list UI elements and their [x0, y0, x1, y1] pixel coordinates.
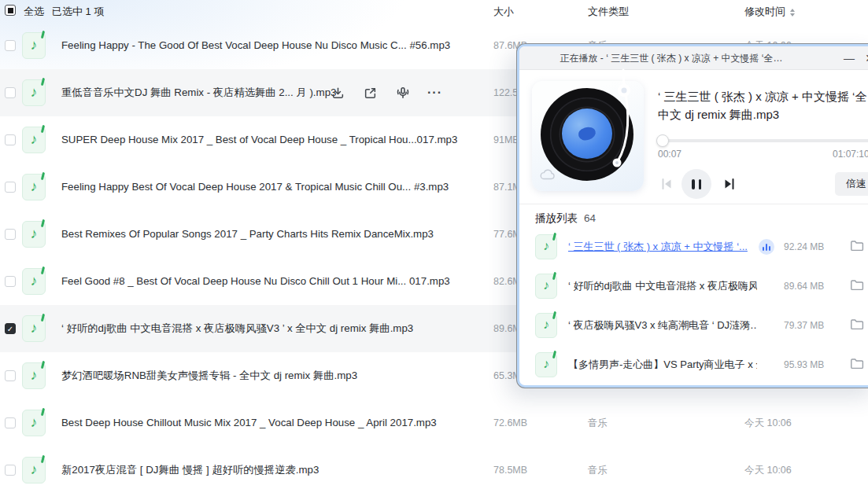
- column-header-type[interactable]: 文件类型: [588, 5, 629, 19]
- column-header-modified[interactable]: 修改时间: [744, 5, 795, 19]
- album-art: [532, 81, 644, 191]
- open-folder-icon[interactable]: [850, 279, 864, 294]
- row-checkbox[interactable]: ✓: [5, 323, 16, 334]
- music-file-icon: ♪: [22, 221, 46, 248]
- open-folder-icon[interactable]: [850, 240, 864, 255]
- next-track-icon[interactable]: [721, 175, 738, 193]
- sort-icon[interactable]: [790, 9, 795, 17]
- music-file-icon: ♪: [22, 362, 46, 389]
- file-size: 91MB: [493, 116, 519, 164]
- progress-handle[interactable]: [656, 134, 669, 147]
- playlist-item-name[interactable]: ‘ 好听的dj歌曲 中文电音混搭 x 夜店极嗨风...: [568, 267, 757, 306]
- progress-bar[interactable]: [658, 139, 868, 142]
- open-in-player-icon[interactable]: [363, 86, 378, 101]
- file-name: Best Remixes Of Popular Songs 2017 _ Par…: [61, 211, 434, 258]
- music-file-icon: ♪: [535, 274, 557, 299]
- music-file-icon: ♪: [535, 313, 557, 338]
- row-hover-actions: ···: [331, 69, 442, 116]
- playlist-item-size: 95.93 MB: [784, 345, 824, 384]
- more-actions-icon[interactable]: ···: [427, 86, 442, 101]
- close-button[interactable]: ✕: [859, 46, 868, 70]
- file-name: 新2017夜店混音 [ DJ舞曲 慢摇 ] 超好听的慢摇逆袭.mp3: [61, 447, 319, 489]
- music-file-icon: ♪: [22, 79, 46, 106]
- row-checkbox[interactable]: ✓: [5, 276, 16, 287]
- music-player-window: 正在播放 - ‘ 三生三世 ( 张杰 ) x 凉凉 + 中文慢摇 ‘全… — ✕…: [517, 44, 868, 388]
- music-file-icon: ♪: [22, 268, 46, 295]
- row-checkbox[interactable]: ✓: [5, 465, 16, 476]
- row-checkbox[interactable]: ✓: [5, 370, 16, 381]
- file-name: Feel Good #8 _ Best Of Vocal Deep House …: [61, 258, 450, 305]
- file-name: 梦幻酒吧暖场RNB甜美女声慢摇专辑 - 全中文 dj remix 舞曲.mp3: [61, 352, 357, 399]
- file-name: 重低音音乐中文DJ 舞曲 Remix - 夜店精选舞曲 2... 月 ).mp3: [61, 69, 336, 116]
- file-row[interactable]: ✓ ♪ 新2017夜店混音 [ DJ舞曲 慢摇 ] 超好听的慢摇逆袭.mp3 ·…: [0, 447, 868, 489]
- audition-icon[interactable]: [395, 86, 410, 101]
- playlist-item[interactable]: ♪ ‘ 三生三世 ( 张杰 ) x 凉凉 + 中文慢摇 ‘... 92.24 M…: [519, 227, 868, 267]
- time-current: 00:07: [658, 149, 681, 160]
- playlist-item[interactable]: ♪ ‘ 好听的dj歌曲 中文电音混搭 x 夜店极嗨风... 89.64 MB: [519, 267, 868, 306]
- playlist-item-name[interactable]: 【多情男声-走心曲】VS Party商业电子 x 全…: [568, 345, 757, 384]
- row-checkbox[interactable]: ✓: [5, 87, 16, 98]
- music-file-icon: ♪: [22, 315, 46, 342]
- file-size: 78.5MB: [493, 447, 527, 489]
- row-checkbox[interactable]: ✓: [5, 182, 16, 193]
- row-checkbox[interactable]: ✓: [5, 40, 16, 51]
- minimize-button[interactable]: —: [839, 46, 859, 70]
- music-file-icon: ♪: [535, 234, 557, 259]
- file-row[interactable]: ✓ ♪ Best Deep House Chillout Music Mix 2…: [0, 399, 868, 447]
- playlist-item-size: 79.37 MB: [784, 306, 824, 345]
- pause-button[interactable]: [681, 169, 711, 199]
- playlist-item-size: 89.64 MB: [784, 267, 824, 306]
- file-modified: 今天 10:06: [744, 447, 792, 489]
- music-file-icon: ♪: [22, 174, 46, 200]
- playlist-item-name[interactable]: ‘ 夜店极嗨风骚V3 x 纯高潮电音 ‘ DJ涟漪…: [568, 306, 757, 345]
- file-name: Feeling Happy Best Of Vocal Deep House 2…: [61, 164, 449, 211]
- player-divider: [519, 204, 868, 204]
- file-name: ‘ 好听的dj歌曲 中文电音混搭 x 夜店极嗨风骚V3 ’ x 全中文 dj r…: [61, 305, 413, 352]
- now-playing-title: ‘ 三生三世 ( 张杰 ) x 凉凉 + 中文慢摇 ‘全中文 dj remix …: [658, 87, 868, 124]
- file-type: 音乐: [588, 399, 608, 447]
- previous-track-icon[interactable]: [658, 175, 675, 193]
- music-file-icon: ♪: [22, 32, 46, 59]
- player-window-title: 正在播放 - ‘ 三生三世 ( 张杰 ) x 凉凉 + 中文慢摇 ‘全…: [519, 46, 823, 70]
- list-header: 全选 已选中 1 项 大小 文件类型 修改时间: [0, 0, 868, 22]
- playlist-count: 64: [584, 212, 596, 224]
- cloud-icon: [540, 169, 556, 180]
- file-name: Best Deep House Chillout Music Mix 2017 …: [61, 399, 437, 447]
- playlist-item[interactable]: ♪ ‘ 夜店极嗨风骚V3 x 纯高潮电音 ‘ DJ涟漪… 79.37 MB: [519, 306, 868, 345]
- file-modified: 今天 10:06: [744, 399, 792, 447]
- download-icon[interactable]: [331, 86, 345, 101]
- playlist-label: 播放列表: [535, 212, 578, 224]
- file-name: Feeling Happy - The Good Of Best Vocal D…: [61, 22, 450, 69]
- playlist-item-size: 92.24 MB: [784, 227, 824, 267]
- select-all-label[interactable]: 全选: [24, 5, 44, 19]
- row-checkbox[interactable]: ✓: [5, 229, 16, 240]
- selected-count-label: 已选中 1 项: [52, 5, 104, 19]
- music-file-icon: ♪: [535, 352, 557, 377]
- open-folder-icon[interactable]: [850, 318, 864, 333]
- player-titlebar[interactable]: 正在播放 - ‘ 三生三世 ( 张杰 ) x 凉凉 + 中文慢摇 ‘全… — ✕: [519, 46, 868, 70]
- column-header-size[interactable]: 大小: [493, 5, 514, 19]
- open-folder-icon[interactable]: [850, 358, 864, 373]
- file-size: 72.6MB: [493, 399, 527, 447]
- playlist-item[interactable]: ♪ 【多情男声-走心曲】VS Party商业电子 x 全… 95.93 MB: [519, 345, 868, 384]
- time-total: 01:07:10: [833, 149, 868, 160]
- playlist-item-name[interactable]: ‘ 三生三世 ( 张杰 ) x 凉凉 + 中文慢摇 ‘...: [568, 227, 748, 267]
- now-playing-equalizer-icon: [759, 239, 774, 255]
- music-file-icon: ♪: [22, 457, 46, 483]
- row-checkbox[interactable]: ✓: [5, 417, 16, 428]
- playback-speed-button[interactable]: 倍速: [835, 172, 868, 196]
- file-type: 音乐: [588, 447, 608, 489]
- select-all-checkbox[interactable]: [5, 5, 16, 16]
- file-manager-window: 全选 已选中 1 项 大小 文件类型 修改时间 ✓ ♪ Feeling Happ…: [0, 0, 868, 489]
- playlist-header: 播放列表64: [535, 211, 596, 226]
- row-checkbox[interactable]: ✓: [5, 134, 16, 145]
- music-file-icon: ♪: [22, 410, 46, 436]
- music-file-icon: ♪: [22, 127, 46, 153]
- file-name: SUPER Deep House Mix 2017 _ Best of Voca…: [61, 116, 457, 164]
- playlist: ♪ ‘ 三生三世 ( 张杰 ) x 凉凉 + 中文慢摇 ‘... 92.24 M…: [519, 227, 868, 384]
